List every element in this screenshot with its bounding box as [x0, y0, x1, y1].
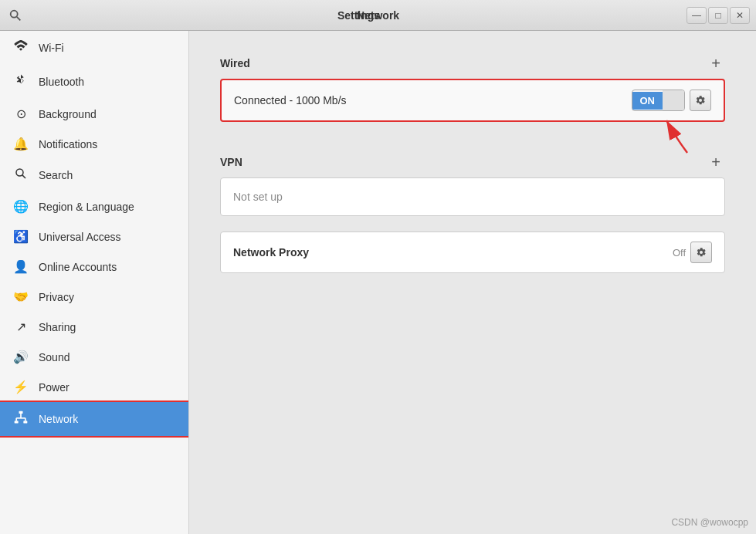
svg-rect-4: [19, 411, 23, 414]
search-icon: [12, 167, 29, 184]
window-controls: — □ ✕: [687, 7, 756, 24]
notifications-icon: 🔔: [12, 137, 29, 151]
sharing-icon: ↗: [12, 319, 29, 334]
proxy-card-row: Network Proxy Off: [233, 242, 712, 263]
maximize-button[interactable]: □: [708, 7, 728, 24]
sidebar-item-sharing[interactable]: ↗ Sharing: [0, 312, 188, 342]
sidebar-label-notifications: Notifications: [39, 138, 97, 150]
svg-line-3: [22, 175, 25, 178]
bluetooth-icon: [12, 73, 29, 91]
sidebar-label-online-accounts: Online Accounts: [39, 261, 117, 273]
wired-toggle[interactable]: ON: [632, 90, 686, 111]
sidebar-item-background[interactable]: ⊙ Background: [0, 99, 188, 129]
network-icon: [12, 410, 29, 428]
sidebar-label-region: Region & Language: [39, 201, 134, 213]
wired-settings-button[interactable]: [690, 90, 711, 111]
power-icon: ⚡: [12, 380, 29, 394]
svg-line-1: [17, 16, 21, 20]
wired-section-header: Wired +: [220, 54, 725, 73]
online-accounts-icon: 👤: [12, 259, 29, 274]
wired-section-title: Wired: [220, 57, 250, 69]
wired-card-row: Connected - 1000 Mb/s ON: [234, 90, 711, 111]
wired-section: Wired + Connected - 1000 Mb/s ON: [220, 54, 725, 122]
sidebar-label-sharing: Sharing: [39, 321, 76, 333]
toggle-off-area: [663, 90, 684, 110]
svg-point-2: [16, 169, 23, 176]
close-button[interactable]: ✕: [730, 7, 750, 24]
proxy-settings-button[interactable]: [690, 242, 712, 263]
sidebar-label-universal-access: Universal Access: [39, 231, 121, 243]
sidebar-label-network: Network: [39, 413, 78, 425]
sidebar-label-search: Search: [39, 169, 73, 181]
sidebar-item-sound[interactable]: 🔊 Sound: [0, 342, 188, 372]
sidebar-label-power: Power: [39, 381, 69, 394]
svg-rect-6: [23, 421, 27, 423]
vpn-empty-card: Not set up: [220, 177, 725, 216]
sidebar-item-bluetooth[interactable]: Bluetooth: [0, 65, 188, 99]
app-body: Wi-Fi Bluetooth ⊙ Background 🔔 Notificat…: [0, 31, 756, 534]
universal-access-icon: ♿: [12, 229, 29, 244]
vpn-add-button[interactable]: +: [707, 153, 725, 171]
sidebar-item-power[interactable]: ⚡ Power: [0, 372, 188, 402]
main-content: Wired + Connected - 1000 Mb/s ON: [189, 31, 756, 534]
sound-icon: 🔊: [12, 350, 29, 364]
titlebar: Settings Network — □ ✕: [0, 0, 756, 31]
background-icon: ⊙: [12, 106, 29, 121]
wifi-icon: [12, 39, 29, 57]
proxy-card: Network Proxy Off: [220, 232, 725, 273]
sidebar-item-wifi[interactable]: Wi-Fi: [0, 31, 188, 65]
vpn-section-header: VPN +: [220, 153, 725, 171]
wired-card: Connected - 1000 Mb/s ON: [220, 79, 725, 122]
svg-rect-5: [15, 421, 19, 423]
toggle-on-label: ON: [632, 92, 663, 110]
sidebar-item-online-accounts[interactable]: 👤 Online Accounts: [0, 252, 188, 282]
vpn-section: VPN + Not set up: [220, 153, 725, 216]
wired-add-button[interactable]: +: [707, 54, 725, 73]
sidebar-item-privacy[interactable]: 🤝 Privacy: [0, 282, 188, 312]
proxy-controls: Off: [673, 242, 712, 263]
region-icon: 🌐: [12, 199, 29, 214]
svg-point-0: [11, 10, 18, 17]
sidebar: Wi-Fi Bluetooth ⊙ Background 🔔 Notificat…: [0, 31, 189, 534]
wired-controls: ON: [632, 90, 712, 111]
page-title: Network: [357, 9, 399, 22]
privacy-icon: 🤝: [12, 289, 29, 304]
sidebar-item-notifications[interactable]: 🔔 Notifications: [0, 129, 188, 159]
proxy-label: Network Proxy: [233, 246, 309, 259]
sidebar-item-region[interactable]: 🌐 Region & Language: [0, 191, 188, 221]
wired-status-label: Connected - 1000 Mb/s: [234, 94, 347, 106]
sidebar-label-background: Background: [39, 108, 97, 120]
sidebar-label-wifi: Wi-Fi: [39, 42, 64, 54]
proxy-status: Off: [673, 247, 686, 259]
sidebar-item-universal-access[interactable]: ♿ Universal Access: [0, 221, 188, 252]
vpn-section-title: VPN: [220, 156, 242, 168]
sidebar-item-search[interactable]: Search: [0, 159, 188, 191]
sidebar-item-network[interactable]: Network: [0, 402, 188, 436]
watermark: CSDN @wowocpp: [671, 517, 748, 528]
search-button[interactable]: [0, 0, 31, 31]
minimize-button[interactable]: —: [687, 7, 707, 24]
vpn-not-set-up-label: Not set up: [233, 191, 283, 203]
sidebar-label-sound: Sound: [39, 351, 69, 363]
sidebar-label-privacy: Privacy: [39, 291, 74, 303]
proxy-section: Network Proxy Off: [220, 232, 725, 273]
sidebar-label-bluetooth: Bluetooth: [39, 76, 84, 88]
